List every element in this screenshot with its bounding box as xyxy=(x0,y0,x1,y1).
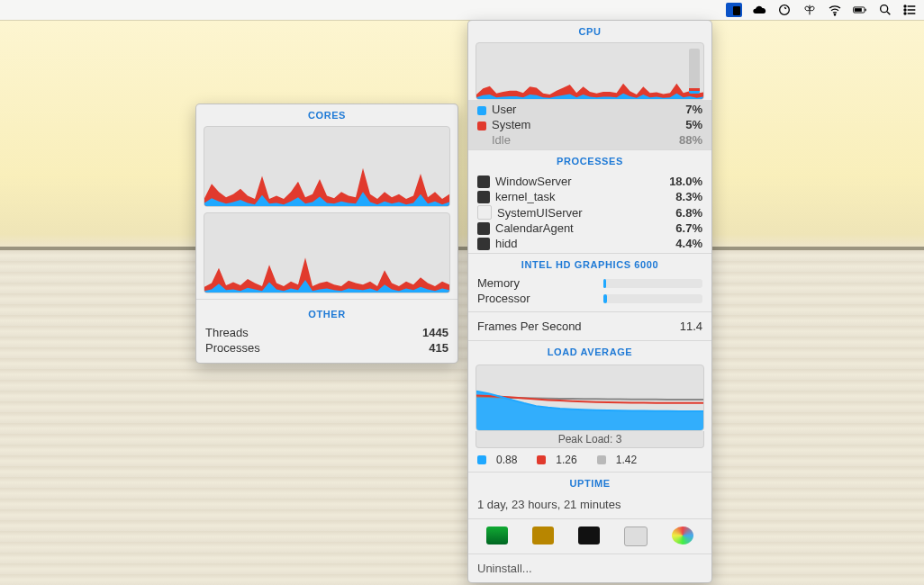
uninstall-item[interactable]: Uninstall... xyxy=(468,554,711,582)
core0-chart xyxy=(204,126,450,207)
gpu-processor-bar xyxy=(603,294,702,303)
cores-panel: CORES OTHER Threads 1445 Processes 415 xyxy=(195,104,458,364)
console-icon[interactable] xyxy=(532,526,554,544)
gpu-processor-label: Processor xyxy=(477,292,530,305)
svg-point-6 xyxy=(904,5,906,7)
svg-point-5 xyxy=(881,5,888,13)
cpu-meter-icon[interactable] xyxy=(726,2,742,18)
load-15m: 1.42 xyxy=(597,454,637,466)
app-shortcuts xyxy=(468,519,711,554)
svg-point-8 xyxy=(904,13,906,14)
main-panel: CPU User 7% System 5% Idle 88% PROCESSES… xyxy=(467,20,712,583)
threads-row: Threads 1445 xyxy=(196,325,457,340)
other-title: OTHER xyxy=(196,303,457,325)
svg-point-7 xyxy=(904,9,906,11)
cores-title: CORES xyxy=(196,104,457,126)
processes-row: Processes 415 xyxy=(196,340,457,356)
process-pct: 4.4% xyxy=(675,237,702,250)
process-row[interactable]: hidd4.4% xyxy=(468,236,711,251)
process-name: hidd xyxy=(495,237,518,250)
app-icon xyxy=(477,238,490,250)
app-icon xyxy=(477,176,490,188)
butterfly-icon[interactable] xyxy=(802,2,818,18)
svg-point-0 xyxy=(780,5,790,15)
svg-rect-3 xyxy=(855,8,862,12)
load-chart xyxy=(476,364,704,431)
load-title: LOAD AVERAGE xyxy=(468,341,711,363)
processes-title: PROCESSES xyxy=(468,150,711,172)
gpu-memory-label: Memory xyxy=(477,276,520,290)
gpu-memory-bar xyxy=(603,279,702,288)
gpu-title: INTEL HD GRAPHICS 6000 xyxy=(468,254,711,275)
terminal-icon[interactable] xyxy=(578,526,600,544)
app-icon xyxy=(477,205,492,220)
load-5m: 1.26 xyxy=(537,454,576,466)
uptime-title: UPTIME xyxy=(468,472,711,494)
cpu-stack-bar xyxy=(689,49,700,94)
list-icon[interactable] xyxy=(902,2,919,18)
process-name: CalendarAgent xyxy=(495,221,574,235)
svg-point-1 xyxy=(834,14,835,15)
cpu-legend: User 7% System 5% Idle 88% xyxy=(468,100,711,149)
gpu-memory-row: Memory xyxy=(468,275,711,291)
cpu-title: CPU xyxy=(468,21,711,42)
process-name: WindowServer xyxy=(495,175,572,188)
battery-icon[interactable] xyxy=(852,2,868,18)
legend-system[interactable]: System 5% xyxy=(468,117,711,132)
process-row[interactable]: CalendarAgent6.7% xyxy=(468,220,711,236)
process-name: kernel_task xyxy=(495,190,555,203)
spotlight-icon[interactable] xyxy=(877,2,893,18)
svg-rect-4 xyxy=(865,9,866,11)
uptime-value: 1 day, 23 hours, 21 minutes xyxy=(468,494,711,518)
threads-value: 1445 xyxy=(422,326,448,339)
cpu-chart xyxy=(476,42,704,100)
processes-label: Processes xyxy=(205,341,260,355)
load-1m: 0.88 xyxy=(477,454,517,466)
processes-value: 415 xyxy=(429,341,448,355)
process-list: WindowServer18.0%kernel_task8.3%SystemUI… xyxy=(468,172,711,253)
desktop-background xyxy=(0,0,924,585)
activity-monitor-icon[interactable] xyxy=(486,526,508,544)
app-icon xyxy=(477,191,490,203)
sync-icon[interactable] xyxy=(776,2,793,18)
process-pct: 6.8% xyxy=(675,206,702,220)
dashboard-icon[interactable] xyxy=(672,526,693,544)
core1-chart xyxy=(204,212,450,293)
process-pct: 6.7% xyxy=(675,221,702,235)
threads-label: Threads xyxy=(205,326,249,339)
system-info-icon[interactable] xyxy=(624,526,648,546)
menubar xyxy=(0,0,924,20)
process-row[interactable]: SystemUIServer6.8% xyxy=(468,204,711,220)
fps-value: 11.4 xyxy=(680,320,702,333)
process-row[interactable]: kernel_task8.3% xyxy=(468,189,711,204)
peak-load: Peak Load: 3 xyxy=(476,431,704,448)
legend-idle[interactable]: Idle 88% xyxy=(468,132,711,148)
legend-user[interactable]: User 7% xyxy=(468,102,711,117)
process-pct: 18.0% xyxy=(669,175,702,188)
app-icon xyxy=(477,222,490,235)
load-values: 0.88 1.26 1.42 xyxy=(468,448,711,472)
gpu-processor-row: Processor xyxy=(468,291,711,306)
process-pct: 8.3% xyxy=(675,190,702,203)
wifi-icon[interactable] xyxy=(827,2,843,18)
fps-row: Frames Per Second 11.4 xyxy=(468,312,711,340)
fps-label: Frames Per Second xyxy=(477,320,582,333)
cloud-icon[interactable] xyxy=(751,2,767,18)
process-name: SystemUIServer xyxy=(497,206,583,220)
process-row[interactable]: WindowServer18.0% xyxy=(468,174,711,189)
